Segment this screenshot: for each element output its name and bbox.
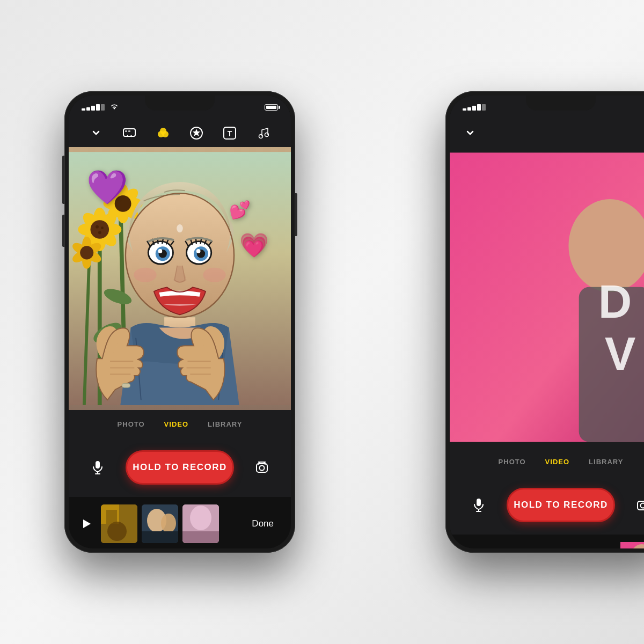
- phone-2-flip-button[interactable]: [630, 492, 644, 518]
- phone-2-library-tab[interactable]: LIBRARY: [589, 458, 623, 466]
- svg-rect-2: [128, 130, 130, 132]
- power-button: [295, 193, 297, 236]
- phone-2-record-button[interactable]: HOLD TO RECORD: [507, 488, 615, 522]
- battery-fill: [266, 106, 276, 109]
- microphone-button[interactable]: [85, 455, 111, 480]
- phone-2-video-tab[interactable]: VIDEO: [545, 458, 569, 466]
- star-button[interactable]: [187, 123, 206, 143]
- svg-rect-63: [96, 461, 100, 469]
- battery-icon: [265, 104, 278, 111]
- phone-2-mode-selector: PHOTO VIDEO LIBRARY: [450, 448, 644, 475]
- phone-2-photo-tab[interactable]: PHOTO: [499, 458, 526, 466]
- phone-2-preview: D V: [450, 147, 644, 448]
- filmstrip-thumb-1[interactable]: [101, 504, 137, 543]
- text-button[interactable]: T: [220, 123, 239, 143]
- record-area: HOLD TO RECORD: [69, 438, 291, 497]
- svg-text:V: V: [605, 328, 636, 379]
- svg-point-66: [260, 466, 265, 471]
- phone-2-record-area: HOLD TO RECORD: [450, 475, 644, 535]
- svg-point-76: [190, 506, 211, 530]
- comic-art: 💜 💗 💕: [69, 147, 291, 410]
- svg-point-28: [101, 226, 104, 229]
- wifi-icon: [110, 103, 119, 112]
- signal-bar-5: [101, 104, 105, 111]
- library-mode-tab[interactable]: LIBRARY: [208, 420, 242, 428]
- svg-point-45: [80, 246, 93, 259]
- volume-up-button: [62, 172, 64, 204]
- signal-bar-2: [86, 107, 90, 111]
- svg-marker-7: [193, 129, 200, 136]
- svg-rect-70: [106, 510, 117, 524]
- svg-point-26: [90, 220, 109, 239]
- signal-bar-4: [96, 104, 100, 111]
- phone-2-filmstrip: [450, 535, 644, 548]
- capture-mode-selector: PHOTO VIDEO LIBRARY: [69, 410, 291, 438]
- viewfinder: 💜 💗 💕: [69, 147, 291, 410]
- filmstrip: Done: [69, 497, 291, 548]
- svg-point-58: [177, 224, 183, 232]
- svg-point-59: [134, 268, 156, 282]
- svg-point-69: [107, 522, 127, 541]
- svg-rect-83: [477, 499, 481, 506]
- phone-2-signal: [463, 104, 486, 111]
- phone-2-close-button[interactable]: [460, 123, 480, 143]
- battery-indicator: [265, 104, 278, 111]
- photo-mode-tab[interactable]: PHOTO: [118, 420, 145, 428]
- scene: 9:41 AM: [0, 0, 644, 644]
- phone-1-screen: 9:41 AM: [69, 96, 291, 548]
- video-mode-tab[interactable]: VIDEO: [164, 420, 188, 428]
- signal-indicator: [82, 104, 105, 111]
- phone-2-filmstrip-thumb[interactable]: [620, 542, 644, 548]
- notch: [145, 96, 215, 111]
- phone-1: 9:41 AM: [64, 91, 295, 553]
- svg-point-27: [96, 225, 99, 229]
- purple-heart-sticker: 💜: [86, 168, 128, 207]
- chat-effects-button[interactable]: [120, 123, 139, 143]
- svg-rect-1: [125, 130, 127, 132]
- phone-2-frame: 9:41 AM: [450, 96, 644, 548]
- effects-button[interactable]: [153, 123, 173, 143]
- close-chevron-button[interactable]: [86, 123, 106, 143]
- pink-heart-sticker-2: 💕: [229, 200, 251, 220]
- svg-rect-77: [182, 531, 219, 543]
- filmstrip-thumb-3[interactable]: [182, 504, 219, 543]
- signal-bar-1: [82, 108, 85, 111]
- svg-text:T: T: [228, 129, 232, 138]
- flip-camera-button[interactable]: [249, 455, 275, 480]
- pink-heart-sticker-1: 💗: [239, 231, 269, 259]
- phone-2-notch: [526, 96, 596, 111]
- phone-2-microphone-button[interactable]: [466, 492, 492, 518]
- svg-point-86: [641, 503, 645, 508]
- svg-rect-74: [142, 531, 178, 543]
- svg-rect-0: [123, 129, 135, 136]
- music-button[interactable]: [254, 123, 273, 143]
- svg-point-60: [203, 268, 225, 282]
- phone-2-toolbar: [450, 119, 644, 147]
- phone-2-screen: 9:41 AM: [450, 96, 644, 548]
- signal-bar-3: [91, 106, 95, 111]
- svg-point-5: [160, 128, 166, 134]
- camera-toolbar: T: [69, 119, 291, 147]
- volume-down-button: [62, 215, 64, 247]
- svg-rect-61: [122, 383, 130, 387]
- hold-to-record-button[interactable]: HOLD TO RECORD: [126, 450, 234, 485]
- play-button[interactable]: [77, 514, 97, 533]
- svg-text:D: D: [598, 276, 632, 328]
- phone-1-frame: 9:41 AM: [69, 96, 291, 548]
- filmstrip-thumb-2[interactable]: [142, 504, 178, 543]
- phone-2: 9:41 AM: [445, 91, 644, 553]
- svg-point-57: [196, 249, 201, 253]
- done-button[interactable]: Done: [243, 514, 282, 533]
- svg-point-29: [98, 231, 101, 234]
- svg-point-52: [158, 249, 163, 253]
- svg-point-73: [161, 514, 176, 533]
